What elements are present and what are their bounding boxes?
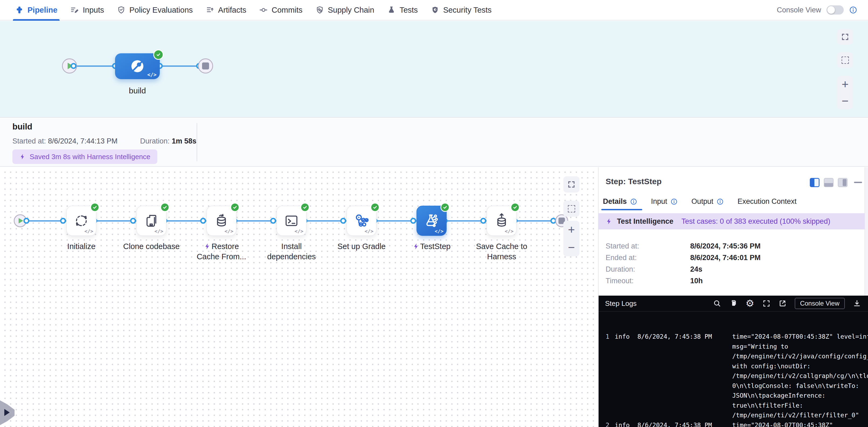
tab-policy-evaluations[interactable]: Policy Evaluations	[117, 0, 193, 20]
lightning-icon	[204, 243, 211, 250]
active-tab-underline	[601, 209, 642, 210]
tab-security-tests[interactable]: Security Tests	[431, 0, 492, 20]
tab-execution-context[interactable]: Execution Context	[738, 197, 797, 206]
info-icon[interactable]	[671, 198, 678, 205]
zoom-out-button[interactable]: −	[563, 238, 580, 256]
started-at-label: Started at:	[12, 137, 46, 145]
duration-label: Duration:	[140, 137, 170, 145]
info-icon[interactable]	[849, 6, 857, 14]
copy-icon[interactable]	[729, 299, 737, 307]
toggle-knob	[827, 6, 835, 14]
connector-dot	[480, 218, 486, 224]
zoom-in-button[interactable]: +	[563, 221, 580, 238]
detail-row-duration: Duration:24s	[606, 265, 859, 274]
lightning-icon	[413, 243, 420, 250]
stage-end-node[interactable]	[198, 58, 213, 73]
tab-output[interactable]: Output	[691, 197, 723, 206]
success-check-icon	[160, 203, 169, 212]
restore-cache-icon	[213, 213, 229, 229]
zoom-in-button[interactable]: +	[837, 76, 853, 93]
minimize-panel-button[interactable]	[854, 182, 862, 183]
search-icon[interactable]	[713, 299, 721, 307]
tab-input[interactable]: Input	[651, 197, 678, 206]
tab-inputs[interactable]: Inputs	[70, 0, 104, 20]
console-view-toggle[interactable]	[827, 5, 844, 14]
test-intelligence-title: Test Intelligence	[617, 217, 674, 226]
step-panel-tabs: Details Input Output Execution Context	[603, 197, 797, 206]
step-node-initialize[interactable]: </>	[66, 206, 96, 236]
log-line: 1 info 8/6/2024, 7:45:38 PM time="2024-0…	[598, 332, 868, 420]
pipeline-execution-page: Pipeline Inputs Policy Evaluations Artif…	[0, 0, 868, 427]
info-icon[interactable]	[717, 198, 723, 205]
harness-intelligence-badge[interactable]: Saved 3m 8s with Harness Intelligence	[12, 150, 157, 164]
marquee-select-button[interactable]	[837, 52, 853, 68]
step-label-initialize: Initialize	[53, 241, 110, 252]
layout-bottom-view-button[interactable]	[824, 178, 834, 187]
tab-pipeline[interactable]: Pipeline	[15, 0, 57, 20]
marquee-select-button[interactable]	[563, 201, 580, 217]
test-intelligence-banner: Test Intelligence Test cases: 0 of 383 e…	[598, 213, 865, 229]
test-cases-summary[interactable]: Test cases: 0 of 383 executed (100% skip…	[682, 217, 830, 226]
teststep-icon	[424, 213, 440, 229]
zoom-out-button[interactable]: −	[837, 93, 853, 109]
tab-label: Pipeline	[28, 6, 57, 14]
step-node-teststep[interactable]: </>	[416, 206, 447, 236]
step-label-restore-cache: Restore Cache From...	[193, 241, 250, 262]
connector-dot	[24, 218, 29, 224]
fullscreen-button[interactable]	[837, 29, 853, 45]
stage-graph-canvas: </> build + −	[0, 21, 868, 118]
step-label-save-cache: Save Cache to Harness	[473, 241, 530, 262]
tab-tests[interactable]: Tests	[387, 0, 418, 20]
detail-row-timeout: Timeout:10h	[606, 277, 859, 286]
fullscreen-button[interactable]	[563, 176, 580, 193]
console-view-button[interactable]: Console View	[795, 298, 845, 309]
step-logs-panel: Step Logs ⚙ Console View 1 info 8/6/2024…	[598, 296, 868, 427]
tab-label: Commits	[272, 6, 302, 14]
step-node-setup-gradle[interactable]: </>	[346, 206, 377, 236]
setup-gradle-icon	[353, 213, 370, 229]
step-node-save-cache[interactable]: </>	[487, 206, 517, 236]
download-icon[interactable]	[853, 299, 861, 307]
tab-label: Supply Chain	[328, 6, 374, 14]
layout-right-view-button[interactable]	[838, 178, 847, 187]
tab-supply-chain[interactable]: Supply Chain	[315, 0, 374, 20]
success-check-icon	[300, 203, 310, 212]
log-line: 2 info 8/6/2024, 7:45:38 PM time="2024-0…	[598, 420, 868, 427]
step-node-install-dependencies[interactable]: </>	[276, 206, 307, 236]
success-check-icon	[153, 50, 163, 60]
zoom-controls: + −	[837, 76, 853, 109]
chevron-right-icon	[4, 409, 10, 416]
external-link-icon[interactable]	[779, 299, 787, 307]
stage-summary-title: build	[12, 122, 32, 132]
tab-artifacts[interactable]: Artifacts	[206, 0, 247, 20]
step-node-clone-codebase[interactable]: </>	[136, 206, 166, 236]
settings-gear-icon[interactable]: ⚙	[745, 299, 754, 307]
expand-left-panel-handle[interactable]	[0, 400, 14, 425]
inputs-icon	[70, 6, 79, 14]
save-cache-icon	[494, 213, 510, 229]
started-at-row: Started at: 8/6/2024, 7:44:13 PM	[12, 137, 118, 145]
tab-details[interactable]: Details	[603, 197, 637, 206]
panel-scrollbar[interactable]	[865, 167, 868, 296]
success-check-icon	[90, 203, 99, 212]
info-icon[interactable]	[630, 198, 637, 205]
step-label-setup-gradle: Set up Gradle	[333, 241, 390, 252]
tab-label: Artifacts	[218, 6, 247, 14]
success-check-icon	[370, 203, 380, 212]
log-body: 1 info 8/6/2024, 7:45:38 PM time="2024-0…	[598, 312, 868, 427]
step-logs-header: Step Logs ⚙ Console View	[598, 296, 868, 312]
intelligence-badge-text: Saved 3m 8s with Harness Intelligence	[30, 153, 150, 161]
log-message: time="2024-08-07T00:45:38Z"	[732, 420, 868, 427]
step-node-restore-cache[interactable]: </>	[206, 206, 237, 236]
connector-dot	[60, 218, 66, 224]
security-tests-icon	[431, 6, 439, 14]
policy-evaluations-icon	[117, 6, 126, 14]
layout-split-view-button[interactable]	[810, 178, 819, 187]
stop-icon	[202, 62, 209, 69]
tab-commits[interactable]: Commits	[259, 0, 302, 20]
step-label-teststep: TestStep	[403, 241, 460, 252]
stage-node-build[interactable]: </>	[115, 53, 160, 79]
fullscreen-icon[interactable]	[763, 299, 771, 307]
artifacts-icon	[206, 6, 214, 14]
success-check-icon	[510, 203, 520, 212]
